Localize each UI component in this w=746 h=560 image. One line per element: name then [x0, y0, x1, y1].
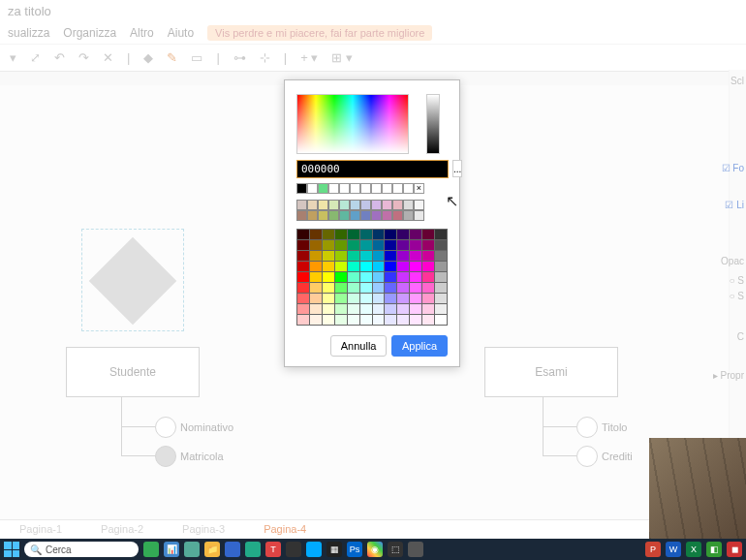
palette-swatch[interactable]	[328, 200, 339, 210]
grid-swatch[interactable]	[410, 230, 422, 240]
palette-swatch[interactable]	[403, 200, 414, 210]
palette-swatch[interactable]	[350, 200, 360, 210]
grid-swatch[interactable]	[323, 240, 335, 251]
grid-swatch[interactable]	[397, 294, 410, 304]
grid-swatch[interactable]	[373, 304, 386, 315]
palette-swatch[interactable]	[403, 210, 414, 221]
grid-swatch[interactable]	[335, 230, 348, 240]
grid-swatch[interactable]	[397, 315, 410, 326]
entity-studente[interactable]: Studente	[66, 347, 200, 397]
grid-swatch[interactable]	[297, 272, 310, 283]
grid-swatch[interactable]	[422, 230, 435, 240]
taskbar-search[interactable]: 🔍 Cerca	[24, 542, 139, 557]
hex-input[interactable]	[296, 160, 449, 178]
menu-visualizza[interactable]: sualizza	[8, 26, 49, 40]
rpanel-li[interactable]: ☑ Li	[725, 200, 744, 210]
rpanel-c[interactable]: C	[737, 331, 744, 342]
grid-swatch[interactable]	[360, 315, 373, 326]
grid-swatch[interactable]	[435, 283, 448, 294]
palette-swatch[interactable]	[339, 210, 350, 221]
taskbar-app-3[interactable]	[184, 542, 200, 557]
grid-swatch[interactable]	[310, 283, 323, 294]
table-icon[interactable]: ⊞ ▾	[331, 50, 353, 65]
grid-swatch[interactable]	[435, 272, 448, 283]
grid-swatch[interactable]	[410, 315, 422, 326]
grid-swatch[interactable]	[410, 240, 422, 251]
grid-swatch[interactable]	[373, 262, 386, 272]
grid-swatch[interactable]	[310, 262, 323, 272]
palette-swatch[interactable]	[339, 200, 350, 210]
grid-swatch[interactable]	[373, 240, 386, 251]
grid-swatch[interactable]	[422, 315, 435, 326]
taskbar-app-9[interactable]: ▦	[326, 542, 342, 557]
grid-swatch[interactable]	[435, 315, 448, 326]
palette-swatch[interactable]	[392, 210, 403, 221]
grid-swatch[interactable]	[360, 230, 373, 240]
grid-swatch[interactable]	[397, 240, 410, 251]
palette-swatch[interactable]	[414, 210, 424, 221]
grid-swatch[interactable]	[373, 294, 386, 304]
grid-swatch[interactable]	[310, 251, 323, 262]
palette-swatch[interactable]	[414, 200, 424, 210]
taskbar-app-12[interactable]: ◧	[706, 542, 722, 557]
taskbar-app-10[interactable]: ⬚	[388, 542, 403, 557]
palette-swatch[interactable]	[318, 200, 328, 210]
grid-swatch[interactable]	[435, 251, 448, 262]
tab-pagina-3[interactable]: Pagina-3	[163, 520, 244, 541]
grid-swatch[interactable]	[422, 262, 435, 272]
grid-swatch[interactable]	[373, 251, 386, 262]
taskbar-app-13[interactable]: ◼	[727, 542, 742, 557]
hint-banner[interactable]: Vis perdre e mi piacere, fai far parte m…	[207, 25, 432, 41]
taskbar-explorer-icon[interactable]: 📁	[204, 542, 220, 557]
taskbar-app-6[interactable]: T	[265, 542, 281, 557]
grid-swatch[interactable]	[373, 272, 386, 283]
grid-swatch[interactable]	[385, 315, 397, 326]
color-grid[interactable]	[296, 229, 448, 326]
palette-swatch[interactable]	[318, 210, 328, 221]
grid-swatch[interactable]	[385, 304, 397, 315]
grid-swatch[interactable]	[348, 315, 360, 326]
grid-swatch[interactable]	[348, 304, 360, 315]
grid-swatch[interactable]	[335, 251, 348, 262]
grid-swatch[interactable]	[360, 304, 373, 315]
taskbar-excel-icon[interactable]: X	[686, 542, 701, 557]
palette-swatch[interactable]	[328, 210, 339, 221]
taskbar-app-8[interactable]	[306, 542, 322, 557]
grid-swatch[interactable]	[410, 262, 422, 272]
palette-swatch[interactable]	[360, 200, 371, 210]
grid-swatch[interactable]	[435, 304, 448, 315]
add-icon[interactable]: + ▾	[300, 50, 318, 65]
grid-swatch[interactable]	[385, 251, 397, 262]
apply-button[interactable]: Applica	[391, 335, 448, 357]
taskbar-ps-icon[interactable]: Ps	[347, 542, 362, 557]
rpanel-radio1[interactable]: ○ S	[730, 275, 745, 286]
grid-swatch[interactable]	[323, 283, 335, 294]
grid-swatch[interactable]	[385, 230, 397, 240]
grid-swatch[interactable]	[335, 262, 348, 272]
grid-swatch[interactable]	[335, 304, 348, 315]
rpanel-radio2[interactable]: ○ S	[730, 291, 745, 301]
palette-swatch[interactable]	[371, 200, 382, 210]
palette-swatch[interactable]	[392, 200, 403, 210]
attr-matricola[interactable]: Matricola	[155, 446, 224, 467]
grid-swatch[interactable]	[385, 294, 397, 304]
grid-swatch[interactable]	[335, 294, 348, 304]
spectrum-picker[interactable]	[296, 94, 409, 154]
grid-swatch[interactable]	[410, 304, 422, 315]
grid-swatch[interactable]	[335, 315, 348, 326]
recent-swatch[interactable]	[339, 183, 350, 194]
palette-swatch[interactable]	[360, 210, 371, 221]
grid-swatch[interactable]	[348, 272, 360, 283]
recent-swatch[interactable]	[371, 183, 382, 194]
taskbar-ppt-icon[interactable]: P	[645, 542, 661, 557]
grid-swatch[interactable]	[310, 230, 323, 240]
palette-swatch[interactable]	[307, 210, 318, 221]
fill-icon[interactable]: ◆	[143, 50, 153, 65]
grid-swatch[interactable]	[435, 230, 448, 240]
attr-crediti[interactable]: Crediti	[576, 446, 633, 467]
grid-swatch[interactable]	[310, 315, 323, 326]
grid-swatch[interactable]	[422, 251, 435, 262]
recent-swatch[interactable]	[318, 183, 328, 194]
grid-swatch[interactable]	[348, 230, 360, 240]
grid-swatch[interactable]	[422, 240, 435, 251]
